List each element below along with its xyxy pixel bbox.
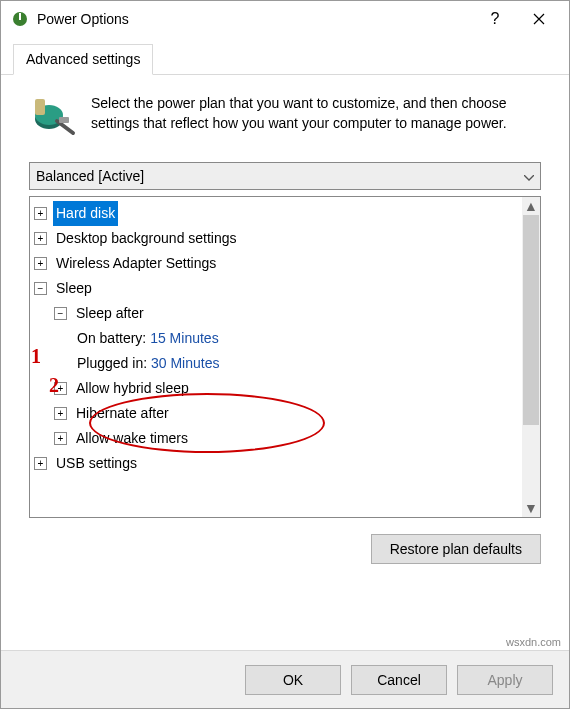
tree-label: Sleep: [53, 276, 95, 301]
dialog-buttons: OK Cancel Apply: [1, 650, 569, 708]
tree-label: Allow wake timers: [73, 426, 191, 451]
tree-item-wireless-adapter[interactable]: + Wireless Adapter Settings: [34, 251, 522, 276]
scrollbar-thumb[interactable]: [523, 215, 539, 425]
restore-defaults-button[interactable]: Restore plan defaults: [371, 534, 541, 564]
expand-icon[interactable]: +: [54, 432, 67, 445]
expand-icon[interactable]: +: [34, 207, 47, 220]
intro: Select the power plan that you want to c…: [29, 93, 541, 144]
tree-label: Desktop background settings: [53, 226, 240, 251]
apply-button[interactable]: Apply: [457, 665, 553, 695]
tree-item-hybrid-sleep[interactable]: + Allow hybrid sleep: [34, 376, 522, 401]
expand-icon[interactable]: +: [34, 257, 47, 270]
scroll-up-icon[interactable]: ▲: [522, 197, 540, 215]
svg-rect-5: [59, 117, 69, 123]
tree-item-sleep[interactable]: − Sleep: [34, 276, 522, 301]
tree-item-on-battery[interactable]: On battery: 15 Minutes: [34, 326, 522, 351]
tab-panel: Select the power plan that you want to c…: [1, 75, 569, 578]
tree-item-desktop-background[interactable]: + Desktop background settings: [34, 226, 522, 251]
tree-label: Hard disk: [53, 201, 118, 226]
tree-label: Allow hybrid sleep: [73, 376, 192, 401]
tree-item-usb-settings[interactable]: + USB settings: [34, 451, 522, 476]
tab-advanced-settings[interactable]: Advanced settings: [13, 44, 153, 75]
tabstrip: Advanced settings: [1, 37, 569, 75]
svg-rect-4: [35, 99, 45, 115]
titlebar: Power Options ?: [1, 1, 569, 37]
tree-label: Hibernate after: [73, 401, 172, 426]
collapse-icon[interactable]: −: [34, 282, 47, 295]
tree-label: On battery: 15 Minutes: [74, 326, 222, 351]
power-options-dialog: Power Options ? Advanced settings Select…: [0, 0, 570, 709]
power-plan-selected: Balanced [Active]: [36, 168, 144, 184]
tree-item-hibernate-after[interactable]: + Hibernate after: [34, 401, 522, 426]
chevron-down-icon: [524, 168, 534, 184]
scroll-down-icon[interactable]: ▼: [522, 499, 540, 517]
titlebar-title: Power Options: [37, 11, 473, 27]
tree-label: Plugged in: 30 Minutes: [74, 351, 222, 376]
tree-label: Sleep after: [73, 301, 147, 326]
expand-icon[interactable]: +: [54, 407, 67, 420]
expand-icon[interactable]: +: [34, 457, 47, 470]
expand-icon[interactable]: +: [34, 232, 47, 245]
ok-button[interactable]: OK: [245, 665, 341, 695]
tree-item-hard-disk[interactable]: + Hard disk: [34, 201, 522, 226]
tree-item-plugged-in[interactable]: Plugged in: 30 Minutes: [34, 351, 522, 376]
intro-text: Select the power plan that you want to c…: [91, 93, 541, 144]
settings-tree: + Hard disk + Desktop background setting…: [29, 196, 541, 518]
watermark: wsxdn.com: [506, 636, 561, 648]
close-button[interactable]: [517, 4, 561, 34]
tree-value: 30 Minutes: [151, 355, 219, 371]
help-button[interactable]: ?: [473, 4, 517, 34]
cancel-button[interactable]: Cancel: [351, 665, 447, 695]
tree-item-wake-timers[interactable]: + Allow wake timers: [34, 426, 522, 451]
power-plan-icon: [11, 10, 29, 28]
scrollbar[interactable]: ▲ ▼: [522, 197, 540, 517]
collapse-icon[interactable]: −: [54, 307, 67, 320]
power-plug-icon: [29, 93, 77, 144]
tree-value: 15 Minutes: [150, 330, 218, 346]
tree-label: USB settings: [53, 451, 140, 476]
expand-icon[interactable]: +: [54, 382, 67, 395]
power-plan-dropdown[interactable]: Balanced [Active]: [29, 162, 541, 190]
tree-label: Wireless Adapter Settings: [53, 251, 219, 276]
scrollbar-track[interactable]: [522, 215, 540, 499]
svg-rect-1: [19, 13, 21, 20]
tree-item-sleep-after[interactable]: − Sleep after: [34, 301, 522, 326]
